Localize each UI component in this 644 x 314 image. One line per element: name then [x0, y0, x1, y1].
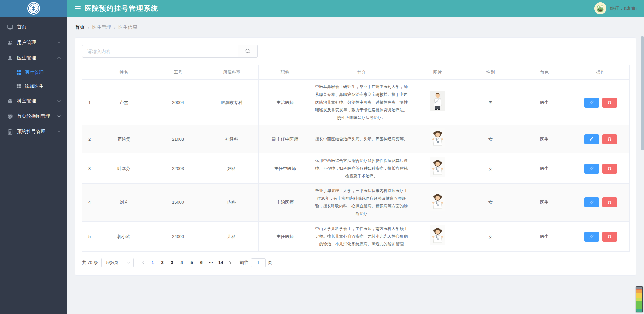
- table-row: 2 霍绮雯 21003 神经科 副主任中医师 擅长中西医结合治疗头痛、头晕、周围…: [82, 125, 630, 153]
- delete-button[interactable]: [602, 232, 617, 242]
- monitor-icon: [7, 24, 13, 30]
- breadcrumb-doctor-info: 医生信息: [118, 24, 137, 30]
- delete-button[interactable]: [602, 98, 617, 108]
- page-number-3[interactable]: 3: [167, 258, 177, 267]
- goto-page-input[interactable]: [251, 258, 266, 267]
- col-header-jobno: 工号: [151, 65, 205, 80]
- avatar[interactable]: [594, 2, 606, 14]
- doctor-department: 内科: [205, 184, 259, 222]
- content-card: 姓名 工号 所属科室 职称 简介 图片 性别 角色 操作 1 卢杰: [75, 37, 636, 276]
- prev-page-button[interactable]: [139, 258, 148, 267]
- doctor-role: 医生: [517, 80, 572, 125]
- row-index: 2: [82, 125, 97, 153]
- edit-button[interactable]: [584, 232, 599, 242]
- main-content: 首页 › 医生管理 › 医生信息: [67, 17, 644, 276]
- user-icon: [7, 55, 13, 61]
- sidebar-item-appointment-management[interactable]: 预约挂号管理: [0, 124, 67, 139]
- row-index: 1: [82, 80, 97, 125]
- sidebar: 首页 用户管理 医生管理 医生管理: [0, 0, 67, 314]
- edit-button[interactable]: [584, 134, 599, 144]
- row-index: 3: [82, 153, 97, 184]
- sidebar-item-label: 预约挂号管理: [17, 129, 57, 135]
- sidebar-subitem-add-doctor[interactable]: 添加医生: [0, 79, 67, 93]
- doctor-intro: 擅长中西医结合治疗头痛、头晕、周围神经病变等。: [312, 125, 411, 153]
- pagination-goto: 前往 页: [240, 258, 272, 267]
- doctor-intro: 中医耳鼻喉硕士研究生，毕业于广州中医药大学，师从嗓音专家、鼻咽癌防治专家邱宝珊教…: [312, 80, 411, 125]
- row-index: 4: [82, 184, 97, 222]
- col-header-intro: 简介: [312, 65, 411, 80]
- next-page-button[interactable]: [226, 258, 235, 267]
- doctor-name: 刘芳: [97, 184, 151, 222]
- page-number-2[interactable]: 2: [158, 258, 167, 267]
- edit-button[interactable]: [584, 98, 599, 108]
- doctor-jobno: 21003: [151, 125, 205, 153]
- doctor-intro: 毕业于华北理工大学，三甲医院从事内科临床医疗工作30年，有丰富的内科临床医疗经验…: [312, 184, 411, 222]
- doctor-department: 神经科: [205, 125, 259, 153]
- sidebar-item-home[interactable]: 首页: [0, 19, 67, 35]
- doctor-role: 医生: [517, 125, 572, 153]
- user-area: 你好，admin: [594, 2, 637, 14]
- page-ellipsis[interactable]: ···: [206, 258, 216, 267]
- doctor-intro: 运用中西医结合方法综合治疗盆腔炎性疾病及其后遗症、不孕症，妇科肿瘤等各种妇科疾病…: [312, 153, 411, 184]
- app-title: 医院预约挂号管理系统: [85, 4, 158, 13]
- chevron-right-icon: ›: [114, 25, 116, 30]
- sidebar-item-label: 医生管理: [17, 55, 57, 61]
- users-icon: [7, 40, 13, 46]
- doctor-jobno: 20004: [151, 80, 205, 125]
- edit-button[interactable]: [584, 197, 599, 207]
- page-size-select[interactable]: 5条/页: [101, 258, 134, 267]
- trash-icon: [607, 137, 612, 141]
- doctor-name: 霍绮雯: [97, 125, 151, 153]
- chevron-down-icon: [57, 130, 61, 134]
- chevron-down-icon: [57, 41, 61, 45]
- sidebar-item-user-management[interactable]: 用户管理: [0, 35, 67, 50]
- col-header-actions: 操作: [572, 65, 630, 80]
- doctor-jobno: 24000: [151, 222, 205, 252]
- breadcrumb-home[interactable]: 首页: [75, 24, 85, 30]
- doctor-jobno: 15000: [151, 184, 205, 222]
- doctor-department: 儿科: [205, 222, 259, 252]
- page-number-5[interactable]: 5: [187, 258, 197, 267]
- scrollbar[interactable]: [641, 36, 644, 150]
- chevron-right-icon: ›: [88, 25, 89, 30]
- performance-meter: [636, 286, 643, 312]
- doctor-title: 主治医师: [259, 184, 312, 222]
- trash-icon: [607, 234, 612, 239]
- search-button[interactable]: [238, 45, 258, 58]
- doctor-photo: [430, 157, 445, 177]
- col-header-index: [82, 65, 97, 80]
- breadcrumb: 首页 › 医生管理 › 医生信息: [67, 17, 644, 37]
- table-row: 4 刘芳 15000 内科 主治医师 毕业于华北理工大学，三甲医院从事内科临床医…: [82, 184, 630, 222]
- page-number-6[interactable]: 6: [197, 258, 206, 267]
- doctor-gender: 女: [464, 153, 517, 184]
- delete-button[interactable]: [602, 164, 617, 174]
- search-input[interactable]: [82, 45, 238, 58]
- grid-icon: [16, 84, 21, 89]
- sidebar-item-label: 科室管理: [17, 98, 57, 104]
- doctor-photo: [430, 191, 445, 211]
- delete-button[interactable]: [602, 134, 617, 144]
- pencil-icon: [589, 166, 594, 171]
- sidebar-item-doctor-management[interactable]: 医生管理: [0, 50, 67, 66]
- col-header-name: 姓名: [97, 65, 151, 80]
- pagination-total: 共 70 条: [82, 260, 98, 266]
- delete-button[interactable]: [602, 197, 617, 207]
- page-number-14[interactable]: 14: [216, 258, 226, 267]
- grid-icon: [16, 70, 21, 75]
- doctor-role: 医生: [517, 153, 572, 184]
- col-header-role: 角色: [517, 65, 572, 80]
- trash-icon: [607, 200, 612, 205]
- table-header-row: 姓名 工号 所属科室 职称 简介 图片 性别 角色 操作: [82, 65, 630, 80]
- chevron-down-icon: [127, 261, 131, 265]
- breadcrumb-doctor-management[interactable]: 医生管理: [92, 24, 111, 30]
- edit-button[interactable]: [584, 164, 599, 174]
- sidebar-subitem-doctor-list[interactable]: 医生管理: [0, 66, 67, 79]
- sidebar-item-carousel-management[interactable]: 首页轮播图管理: [0, 109, 67, 124]
- page-number-1[interactable]: 1: [148, 258, 158, 267]
- doctor-jobno: 22003: [151, 153, 205, 184]
- menu-fold-icon[interactable]: [74, 5, 81, 12]
- sidebar-item-department-management[interactable]: 科室管理: [0, 93, 67, 109]
- doctor-gender: 女: [464, 125, 517, 153]
- doctor-photo: [430, 128, 445, 148]
- page-number-4[interactable]: 4: [177, 258, 187, 267]
